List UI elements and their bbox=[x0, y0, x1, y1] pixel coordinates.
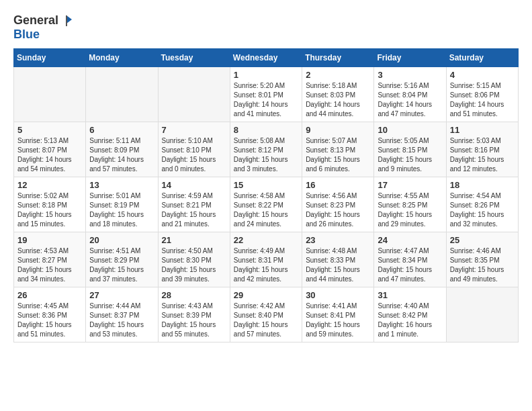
calendar-day-cell: 9Sunrise: 5:07 AM Sunset: 8:13 PM Daylig… bbox=[302, 122, 374, 177]
day-info: Sunrise: 5:02 AM Sunset: 8:18 PM Dayligh… bbox=[17, 191, 82, 229]
day-info: Sunrise: 4:59 AM Sunset: 8:21 PM Dayligh… bbox=[162, 191, 226, 229]
calendar-day-cell: 19Sunrise: 4:53 AM Sunset: 8:27 PM Dayli… bbox=[14, 232, 86, 287]
calendar-week-row: 19Sunrise: 4:53 AM Sunset: 8:27 PM Dayli… bbox=[14, 232, 519, 287]
svg-rect-1 bbox=[66, 15, 67, 26]
calendar-day-cell: 18Sunrise: 4:54 AM Sunset: 8:26 PM Dayli… bbox=[446, 177, 518, 232]
day-info: Sunrise: 4:51 AM Sunset: 8:29 PM Dayligh… bbox=[89, 246, 154, 284]
day-number: 23 bbox=[306, 235, 370, 245]
day-info: Sunrise: 4:54 AM Sunset: 8:26 PM Dayligh… bbox=[450, 191, 515, 229]
calendar-day-cell: 10Sunrise: 5:05 AM Sunset: 8:15 PM Dayli… bbox=[374, 122, 446, 177]
calendar-header-row: SundayMondayTuesdayWednesdayThursdayFrid… bbox=[14, 49, 519, 67]
day-info: Sunrise: 5:10 AM Sunset: 8:10 PM Dayligh… bbox=[162, 136, 226, 174]
day-number: 22 bbox=[234, 235, 298, 245]
day-number: 18 bbox=[450, 180, 515, 190]
calendar-week-row: 26Sunrise: 4:45 AM Sunset: 8:36 PM Dayli… bbox=[14, 287, 519, 342]
svg-marker-0 bbox=[66, 15, 72, 24]
logo: General Blue bbox=[13, 13, 73, 42]
day-number: 30 bbox=[306, 290, 370, 300]
day-info: Sunrise: 5:20 AM Sunset: 8:01 PM Dayligh… bbox=[234, 81, 298, 119]
calendar-day-cell: 3Sunrise: 5:16 AM Sunset: 8:04 PM Daylig… bbox=[374, 67, 446, 122]
day-number: 19 bbox=[17, 235, 82, 245]
day-info: Sunrise: 4:40 AM Sunset: 8:42 PM Dayligh… bbox=[378, 302, 442, 339]
calendar-day-cell bbox=[86, 67, 158, 122]
calendar-day-cell: 25Sunrise: 4:46 AM Sunset: 8:35 PM Dayli… bbox=[446, 232, 518, 287]
calendar-day-cell: 17Sunrise: 4:55 AM Sunset: 8:25 PM Dayli… bbox=[374, 177, 446, 232]
day-number: 6 bbox=[89, 125, 154, 135]
day-number: 15 bbox=[234, 180, 298, 190]
day-number: 16 bbox=[306, 180, 370, 190]
calendar-day-cell: 22Sunrise: 4:49 AM Sunset: 8:31 PM Dayli… bbox=[230, 232, 302, 287]
day-number: 4 bbox=[450, 70, 515, 80]
calendar-day-cell: 21Sunrise: 4:50 AM Sunset: 8:30 PM Dayli… bbox=[158, 232, 230, 287]
calendar-table: SundayMondayTuesdayWednesdayThursdayFrid… bbox=[13, 48, 519, 342]
day-info: Sunrise: 4:58 AM Sunset: 8:22 PM Dayligh… bbox=[234, 191, 298, 229]
day-number: 29 bbox=[234, 290, 298, 300]
calendar-day-cell: 20Sunrise: 4:51 AM Sunset: 8:29 PM Dayli… bbox=[86, 232, 158, 287]
day-info: Sunrise: 5:15 AM Sunset: 8:06 PM Dayligh… bbox=[450, 81, 515, 119]
day-info: Sunrise: 5:07 AM Sunset: 8:13 PM Dayligh… bbox=[306, 136, 370, 174]
day-of-week-header: Wednesday bbox=[230, 49, 302, 67]
calendar-day-cell: 1Sunrise: 5:20 AM Sunset: 8:01 PM Daylig… bbox=[230, 67, 302, 122]
day-number: 28 bbox=[162, 290, 226, 300]
day-info: Sunrise: 5:05 AM Sunset: 8:15 PM Dayligh… bbox=[378, 136, 442, 174]
day-number: 7 bbox=[162, 125, 226, 135]
calendar-day-cell: 31Sunrise: 4:40 AM Sunset: 8:42 PM Dayli… bbox=[374, 287, 446, 342]
day-info: Sunrise: 4:53 AM Sunset: 8:27 PM Dayligh… bbox=[17, 246, 82, 284]
day-number: 11 bbox=[450, 125, 515, 135]
day-number: 8 bbox=[234, 125, 298, 135]
day-number: 21 bbox=[162, 235, 226, 245]
logo-general: General bbox=[13, 13, 58, 28]
day-number: 17 bbox=[378, 180, 442, 190]
logo-flag-icon bbox=[60, 14, 73, 28]
day-number: 2 bbox=[306, 70, 370, 80]
day-info: Sunrise: 4:49 AM Sunset: 8:31 PM Dayligh… bbox=[234, 246, 298, 284]
day-number: 27 bbox=[89, 290, 154, 300]
day-number: 14 bbox=[162, 180, 226, 190]
calendar-day-cell: 5Sunrise: 5:13 AM Sunset: 8:07 PM Daylig… bbox=[14, 122, 86, 177]
day-number: 10 bbox=[378, 125, 442, 135]
logo-blue: Blue bbox=[13, 28, 40, 42]
day-info: Sunrise: 5:18 AM Sunset: 8:03 PM Dayligh… bbox=[306, 81, 370, 119]
day-of-week-header: Friday bbox=[374, 49, 446, 67]
day-info: Sunrise: 4:56 AM Sunset: 8:23 PM Dayligh… bbox=[306, 191, 370, 229]
day-info: Sunrise: 5:13 AM Sunset: 8:07 PM Dayligh… bbox=[17, 136, 82, 174]
day-info: Sunrise: 4:46 AM Sunset: 8:35 PM Dayligh… bbox=[450, 246, 515, 284]
day-number: 9 bbox=[306, 125, 370, 135]
day-of-week-header: Tuesday bbox=[158, 49, 230, 67]
day-number: 31 bbox=[378, 290, 442, 300]
calendar-day-cell: 27Sunrise: 4:44 AM Sunset: 8:37 PM Dayli… bbox=[86, 287, 158, 342]
day-number: 26 bbox=[17, 290, 82, 300]
day-number: 3 bbox=[378, 70, 442, 80]
day-info: Sunrise: 5:01 AM Sunset: 8:19 PM Dayligh… bbox=[89, 191, 154, 229]
day-of-week-header: Saturday bbox=[446, 49, 518, 67]
calendar-day-cell: 23Sunrise: 4:48 AM Sunset: 8:33 PM Dayli… bbox=[302, 232, 374, 287]
day-info: Sunrise: 5:03 AM Sunset: 8:16 PM Dayligh… bbox=[450, 136, 515, 174]
calendar-day-cell: 11Sunrise: 5:03 AM Sunset: 8:16 PM Dayli… bbox=[446, 122, 518, 177]
day-number: 12 bbox=[17, 180, 82, 190]
day-number: 5 bbox=[17, 125, 82, 135]
day-number: 1 bbox=[234, 70, 298, 80]
day-info: Sunrise: 4:47 AM Sunset: 8:34 PM Dayligh… bbox=[378, 246, 442, 284]
day-info: Sunrise: 5:16 AM Sunset: 8:04 PM Dayligh… bbox=[378, 81, 442, 119]
calendar-day-cell: 28Sunrise: 4:43 AM Sunset: 8:39 PM Dayli… bbox=[158, 287, 230, 342]
calendar-day-cell: 16Sunrise: 4:56 AM Sunset: 8:23 PM Dayli… bbox=[302, 177, 374, 232]
calendar-day-cell: 30Sunrise: 4:41 AM Sunset: 8:41 PM Dayli… bbox=[302, 287, 374, 342]
calendar-week-row: 5Sunrise: 5:13 AM Sunset: 8:07 PM Daylig… bbox=[14, 122, 519, 177]
calendar-day-cell: 24Sunrise: 4:47 AM Sunset: 8:34 PM Dayli… bbox=[374, 232, 446, 287]
calendar-day-cell: 29Sunrise: 4:42 AM Sunset: 8:40 PM Dayli… bbox=[230, 287, 302, 342]
day-number: 25 bbox=[450, 235, 515, 245]
calendar-day-cell: 14Sunrise: 4:59 AM Sunset: 8:21 PM Dayli… bbox=[158, 177, 230, 232]
calendar-week-row: 12Sunrise: 5:02 AM Sunset: 8:18 PM Dayli… bbox=[14, 177, 519, 232]
day-info: Sunrise: 4:48 AM Sunset: 8:33 PM Dayligh… bbox=[306, 246, 370, 284]
header: General Blue bbox=[13, 13, 519, 42]
day-info: Sunrise: 4:42 AM Sunset: 8:40 PM Dayligh… bbox=[234, 302, 298, 339]
day-number: 24 bbox=[378, 235, 442, 245]
day-info: Sunrise: 4:55 AM Sunset: 8:25 PM Dayligh… bbox=[378, 191, 442, 229]
calendar-day-cell bbox=[14, 67, 86, 122]
calendar-day-cell: 15Sunrise: 4:58 AM Sunset: 8:22 PM Dayli… bbox=[230, 177, 302, 232]
calendar-day-cell: 13Sunrise: 5:01 AM Sunset: 8:19 PM Dayli… bbox=[86, 177, 158, 232]
calendar-week-row: 1Sunrise: 5:20 AM Sunset: 8:01 PM Daylig… bbox=[14, 67, 519, 122]
day-info: Sunrise: 4:43 AM Sunset: 8:39 PM Dayligh… bbox=[162, 302, 226, 339]
day-info: Sunrise: 4:45 AM Sunset: 8:36 PM Dayligh… bbox=[17, 302, 82, 339]
day-of-week-header: Monday bbox=[86, 49, 158, 67]
